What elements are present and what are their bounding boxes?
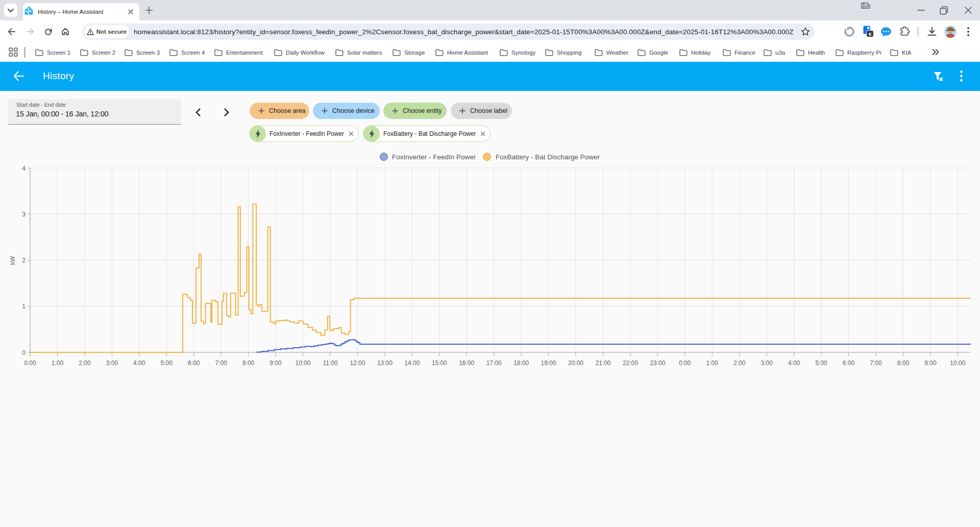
svg-text:3:00: 3:00 <box>106 360 118 367</box>
svg-text:15:00: 15:00 <box>432 360 447 367</box>
svg-text:21:00: 21:00 <box>595 360 610 367</box>
svg-text:19:00: 19:00 <box>541 360 556 367</box>
svg-text:0:00: 0:00 <box>679 360 691 367</box>
svg-text:6:00: 6:00 <box>188 360 200 367</box>
svg-text:9:00: 9:00 <box>270 360 282 367</box>
svg-text:10:00: 10:00 <box>950 360 965 367</box>
svg-text:1:00: 1:00 <box>52 360 64 367</box>
svg-text:7:00: 7:00 <box>215 360 228 367</box>
svg-text:6:00: 6:00 <box>843 360 855 367</box>
svg-text:2: 2 <box>22 257 26 264</box>
svg-text:1:00: 1:00 <box>706 360 719 367</box>
svg-text:7:00: 7:00 <box>870 360 882 367</box>
svg-text:8:00: 8:00 <box>897 360 910 367</box>
svg-text:3:00: 3:00 <box>761 360 773 367</box>
svg-text:4:00: 4:00 <box>788 360 800 367</box>
svg-text:2:00: 2:00 <box>733 360 746 367</box>
svg-text:kW: kW <box>9 256 16 265</box>
svg-text:18:00: 18:00 <box>513 360 529 367</box>
svg-text:5:00: 5:00 <box>161 360 173 367</box>
svg-text:22:00: 22:00 <box>623 360 638 367</box>
svg-text:5:00: 5:00 <box>815 360 827 367</box>
svg-text:9:00: 9:00 <box>924 360 937 367</box>
svg-text:8:00: 8:00 <box>242 360 255 367</box>
svg-text:0:00: 0:00 <box>24 360 36 367</box>
svg-text:12:00: 12:00 <box>350 360 365 367</box>
svg-text:13:00: 13:00 <box>377 360 393 367</box>
svg-text:3: 3 <box>22 211 26 218</box>
svg-text:16:00: 16:00 <box>459 360 474 367</box>
svg-text:4:00: 4:00 <box>133 360 145 367</box>
svg-text:11:00: 11:00 <box>323 360 337 367</box>
svg-text:2:00: 2:00 <box>79 360 91 367</box>
svg-text:1: 1 <box>22 303 26 310</box>
svg-text:0: 0 <box>22 349 26 356</box>
svg-text:20:00: 20:00 <box>568 360 583 367</box>
svg-text:14:00: 14:00 <box>404 360 420 367</box>
svg-text:23:00: 23:00 <box>650 360 665 367</box>
svg-text:17:00: 17:00 <box>486 360 502 367</box>
svg-text:4: 4 <box>22 165 26 172</box>
svg-text:10:00: 10:00 <box>295 360 310 367</box>
